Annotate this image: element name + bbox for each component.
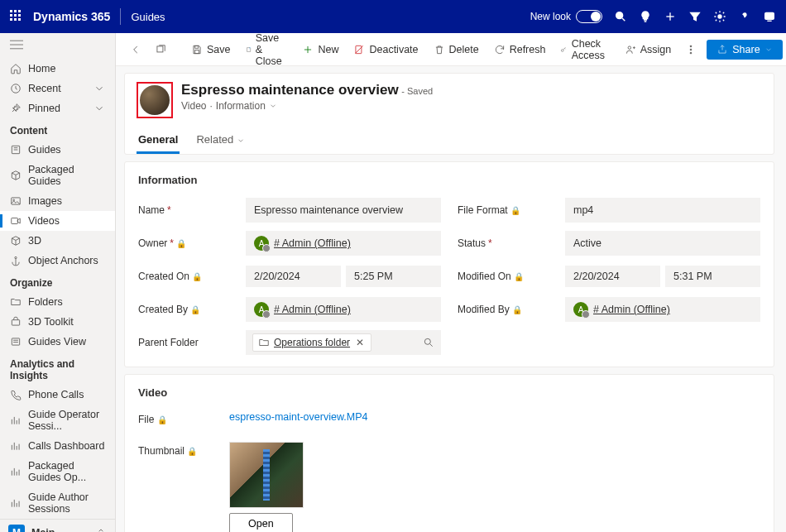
search-icon[interactable]: [423, 337, 434, 348]
svg-point-0: [616, 12, 623, 19]
avatar: A: [254, 236, 269, 251]
cmd-label: New: [318, 44, 338, 55]
tab-related[interactable]: Related: [194, 127, 246, 154]
assistant-icon[interactable]: [763, 10, 776, 23]
nav-videos[interactable]: Videos: [0, 211, 115, 231]
svg-point-30: [690, 46, 692, 47]
video-icon: [10, 215, 22, 227]
nav-operator-sessions[interactable]: Guide Operator Sessi...: [0, 405, 115, 436]
nav-object-anchors[interactable]: Object Anchors: [0, 251, 115, 271]
nav-images[interactable]: Images: [0, 191, 115, 211]
nav-section-organize: Organize: [0, 271, 115, 292]
lock-icon: 🔒: [176, 239, 186, 248]
svg-point-32: [690, 52, 692, 54]
clock-icon: [10, 83, 22, 94]
new-button[interactable]: New: [296, 41, 344, 59]
refresh-button[interactable]: Refresh: [488, 41, 552, 59]
nav-recent[interactable]: Recent: [0, 79, 115, 98]
chevron-down-icon: [93, 83, 105, 94]
tab-label: Related: [196, 133, 233, 146]
filter-icon[interactable]: [688, 10, 702, 23]
remove-chip-button[interactable]: ✕: [354, 337, 366, 348]
check-access-button[interactable]: Check Access: [554, 35, 615, 65]
deactivate-button[interactable]: Deactivate: [347, 41, 424, 59]
nav-calls-dashboard[interactable]: Calls Dashboard: [0, 436, 115, 456]
gear-icon[interactable]: [713, 10, 726, 23]
chart-icon: [10, 440, 22, 452]
save-button[interactable]: Save: [185, 41, 237, 59]
thumbnail-image[interactable]: [229, 442, 304, 508]
share-icon: [717, 44, 728, 55]
help-icon[interactable]: [738, 10, 751, 23]
nav-folders[interactable]: Folders: [0, 292, 115, 312]
divider: [120, 8, 121, 25]
svg-point-28: [562, 49, 564, 51]
save-close-icon: [246, 44, 252, 55]
nav-phone-calls[interactable]: Phone Calls: [0, 385, 115, 405]
record-image[interactable]: [140, 85, 170, 115]
cmd-label: Check Access: [572, 38, 610, 61]
modifiedon-field: 2/20/20245:31 PM: [565, 264, 760, 289]
save-close-button[interactable]: Save & Close: [240, 33, 294, 70]
command-bar: Save Save & Close New Deactivate Delete …: [116, 33, 786, 66]
brand-label: Dynamics 365: [33, 10, 110, 23]
pin-icon: [10, 103, 22, 114]
status-field[interactable]: Active: [565, 231, 760, 256]
saved-indicator: - Saved: [401, 86, 433, 96]
lightbulb-icon[interactable]: [639, 10, 652, 23]
avatar: A: [573, 302, 588, 317]
nav-author-sessions[interactable]: Guide Author Sessions: [0, 487, 115, 519]
cube-icon: [10, 235, 22, 247]
lock-icon: 🔒: [190, 305, 200, 314]
nav-3d[interactable]: 3D: [0, 231, 115, 251]
nav-packaged-guides-op[interactable]: Packaged Guides Op...: [0, 456, 115, 487]
environment-switcher[interactable]: M Main: [0, 519, 115, 532]
overflow-menu-button[interactable]: [680, 40, 702, 60]
toggle-switch-icon[interactable]: [576, 10, 602, 23]
name-field[interactable]: Espresso maintenance overview: [246, 198, 441, 223]
owner-field[interactable]: A# Admin (Offline): [246, 231, 441, 256]
plus-icon[interactable]: [664, 10, 677, 23]
plus-icon: [302, 44, 314, 55]
open-button[interactable]: Open: [229, 513, 293, 532]
chevron-down-icon[interactable]: [269, 102, 277, 110]
list-icon: [10, 336, 22, 347]
svg-rect-17: [12, 320, 19, 325]
collapse-nav-button[interactable]: [0, 33, 115, 59]
svg-point-33: [424, 338, 430, 344]
new-look-toggle[interactable]: New look: [530, 10, 602, 23]
parentfolder-field[interactable]: Operations folder ✕: [246, 330, 441, 355]
tab-general[interactable]: General: [137, 127, 180, 154]
nav-3d-toolkit[interactable]: 3D Toolkit: [0, 312, 115, 332]
nav-guides-view[interactable]: Guides View: [0, 332, 115, 352]
nav-packaged-guides[interactable]: Packaged Guides: [0, 160, 115, 191]
delete-button[interactable]: Delete: [428, 41, 485, 59]
file-link[interactable]: espresso-maint-overview.MP4: [229, 411, 367, 423]
toolkit-icon: [10, 316, 22, 328]
lock-icon: 🔒: [187, 447, 197, 456]
owner-link[interactable]: # Admin (Offline): [274, 237, 351, 249]
search-icon[interactable]: [614, 10, 627, 23]
folder-chip[interactable]: Operations folder ✕: [252, 333, 371, 352]
svg-rect-5: [765, 12, 774, 19]
nav-pinned[interactable]: Pinned: [0, 98, 115, 118]
back-button[interactable]: [124, 41, 147, 59]
nav-section-analytics: Analytics and Insights: [0, 352, 115, 385]
folder-link[interactable]: Operations folder: [274, 337, 350, 348]
modifiedby-link[interactable]: # Admin (Offline): [593, 304, 670, 315]
nav-home[interactable]: Home: [0, 59, 115, 79]
nav-guides[interactable]: Guides: [0, 140, 115, 160]
cmd-label: Save & Close: [256, 33, 288, 67]
form-selector[interactable]: Information: [216, 100, 266, 112]
nav-label: Guide Author Sessions: [28, 491, 105, 515]
share-button[interactable]: Share: [707, 40, 782, 60]
lock-icon: 🔒: [510, 206, 520, 215]
nav-label: Guide Operator Sessi...: [28, 409, 105, 432]
nav-label: Videos: [28, 215, 60, 227]
createdby-link[interactable]: # Admin (Offline): [274, 304, 351, 315]
nav-label: 3D Toolkit: [28, 316, 74, 328]
assign-button[interactable]: Assign: [619, 41, 678, 59]
record-image-highlight: [137, 82, 173, 118]
app-launcher-icon[interactable]: [10, 10, 23, 23]
open-new-window-button[interactable]: [149, 41, 172, 59]
